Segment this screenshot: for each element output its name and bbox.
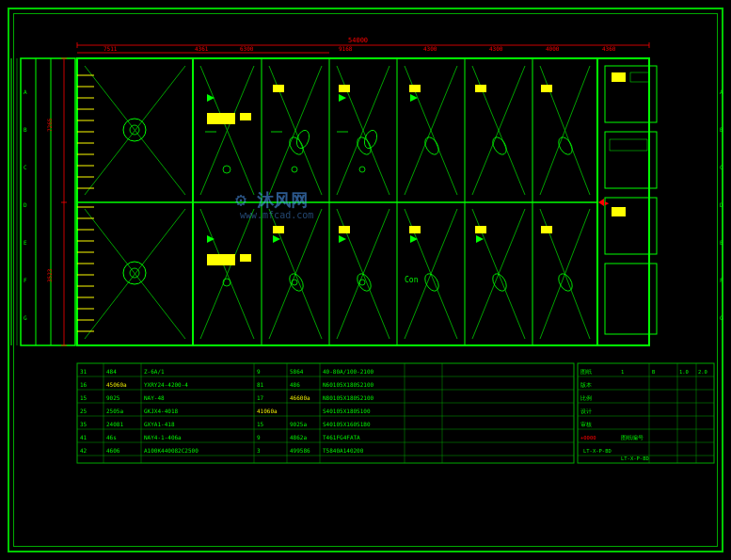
inner-border xyxy=(13,13,718,547)
main-container: Con xyxy=(0,0,731,560)
